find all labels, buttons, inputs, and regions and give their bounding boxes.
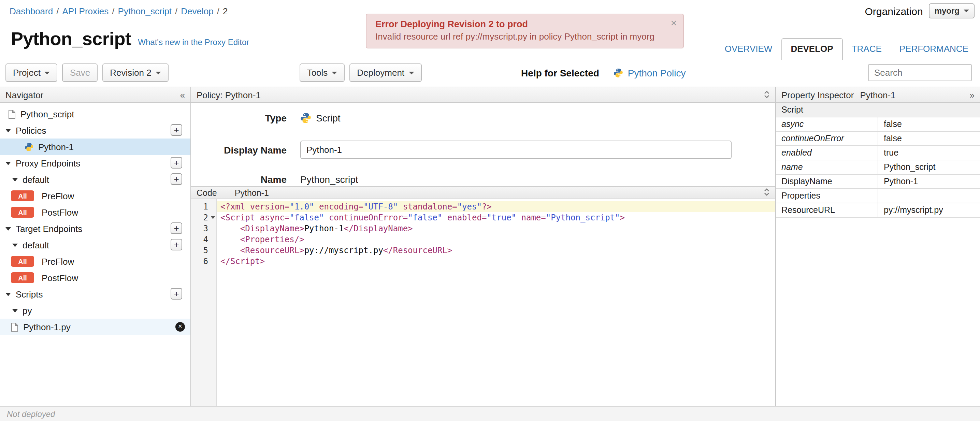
all-badge: All	[11, 207, 34, 218]
nav-item-label: default	[22, 240, 49, 250]
breadcrumb-separator: /	[112, 6, 114, 16]
chevron-down-icon	[409, 71, 414, 74]
deployment-status: Not deployed	[7, 409, 55, 419]
collapse-panel-icon[interactable]: «	[180, 91, 185, 99]
organization-select[interactable]: myorg	[929, 3, 975, 18]
expand-panel-icon[interactable]: »	[970, 91, 975, 99]
title-row: Python_script What's new in the Proxy Ed…	[11, 29, 249, 50]
tab-bar: OVERVIEW DEVELOP TRACE PERFORMANCE	[716, 38, 977, 60]
fold-triangle-icon[interactable]	[211, 216, 215, 219]
nav-item-proxy-postflow[interactable]: All PostFlow	[0, 204, 190, 221]
name-value: Python_script	[300, 174, 358, 185]
expander-triangle-icon[interactable]	[12, 244, 18, 247]
policy-panel-title: Policy: Python-1	[197, 90, 261, 100]
code-line[interactable]: <?xml version="1.0" encoding="UTF-8" sta…	[217, 201, 775, 212]
expander-triangle-icon[interactable]	[5, 162, 11, 165]
python-icon	[614, 68, 623, 78]
line-number: 4	[191, 234, 216, 245]
collapse-expand-icon[interactable]	[764, 187, 770, 198]
add-policy-button[interactable]: +	[170, 124, 182, 136]
policy-editor-panel: Policy: Python-1 Type Script Display Nam…	[191, 87, 776, 406]
breadcrumb-link-proxy[interactable]: Python_script	[118, 6, 172, 16]
code-line[interactable]: <ResourceURL>py://myscript.py</ResourceU…	[217, 245, 775, 256]
expander-triangle-icon[interactable]	[5, 293, 11, 296]
inspector-row[interactable]: namePython_script	[776, 160, 980, 174]
expander-triangle-icon[interactable]	[12, 309, 18, 313]
breadcrumb-link-dashboard[interactable]: Dashboard	[10, 6, 53, 16]
nav-item-proxy-preflow[interactable]: All PreFlow	[0, 187, 190, 204]
expander-triangle-icon[interactable]	[12, 178, 18, 181]
tab-trace[interactable]: TRACE	[843, 39, 891, 60]
nav-item-label: PostFlow	[41, 273, 78, 283]
nav-item-target-postflow[interactable]: All PostFlow	[0, 270, 190, 286]
inspector-row[interactable]: Properties	[776, 189, 980, 203]
nav-item-policy-python-1[interactable]: Python-1	[0, 138, 190, 155]
nav-item-label: PostFlow	[41, 207, 78, 217]
tab-performance[interactable]: PERFORMANCE	[891, 39, 977, 60]
nav-item-proxy-root[interactable]: Python_script	[0, 106, 190, 122]
nav-item-script-file[interactable]: Python-1.py ✕	[0, 319, 190, 335]
tab-overview[interactable]: OVERVIEW	[716, 39, 781, 60]
inspector-section-script: Script	[776, 103, 980, 117]
code-lines[interactable]: <?xml version="1.0" encoding="UTF-8" sta…	[217, 199, 775, 406]
code-gutter: 123456	[191, 199, 217, 406]
inspector-row[interactable]: continueOnErrorfalse	[776, 131, 980, 146]
add-script-button[interactable]: +	[170, 288, 182, 300]
add-target-endpoint-button[interactable]: +	[170, 222, 182, 234]
code-line[interactable]: <Script async="false" continueOnError="f…	[217, 212, 775, 223]
python-policy-help-link[interactable]: Python Policy	[628, 67, 686, 78]
tab-develop[interactable]: DEVELOP	[781, 38, 843, 60]
navigator-header: Navigator «	[0, 87, 190, 103]
file-icon	[11, 323, 18, 331]
add-flow-button[interactable]: +	[170, 173, 182, 185]
revision-button[interactable]: Revision 2	[102, 64, 168, 82]
inspector-row[interactable]: enabledtrue	[776, 146, 980, 160]
nav-item-proxy-endpoint-default[interactable]: default +	[0, 171, 190, 187]
nav-item-label: PreFlow	[41, 191, 74, 201]
project-button-label: Project	[13, 68, 41, 78]
nav-section-scripts[interactable]: Scripts +	[0, 286, 190, 302]
breadcrumb-separator: /	[175, 6, 177, 16]
add-proxy-endpoint-button[interactable]: +	[170, 157, 182, 168]
nav-section-label: Proxy Endpoints	[16, 158, 80, 168]
whats-new-link[interactable]: What's new in the Proxy Editor	[138, 38, 249, 47]
organization-area: Organization myorg	[865, 3, 975, 18]
nav-item-target-endpoint-default[interactable]: default +	[0, 237, 190, 253]
display-name-input[interactable]	[300, 141, 732, 159]
navigator-title: Navigator	[5, 90, 43, 100]
code-editor[interactable]: 123456 <?xml version="1.0" encoding="UTF…	[191, 199, 775, 406]
inspector-row[interactable]: asyncfalse	[776, 117, 980, 131]
search-input[interactable]	[868, 64, 972, 81]
topbar: Dashboard/API Proxies/Python_script/Deve…	[0, 0, 980, 87]
inspector-row[interactable]: ResourceURLpy://myscript.py	[776, 203, 980, 217]
close-icon[interactable]: ×	[670, 17, 677, 29]
project-button[interactable]: Project	[5, 64, 58, 82]
nav-item-label: PreFlow	[41, 256, 74, 267]
breadcrumb-link-api-proxies[interactable]: API Proxies	[62, 6, 108, 16]
deployment-button[interactable]: Deployment	[349, 64, 422, 82]
add-flow-button[interactable]: +	[170, 239, 182, 250]
expander-triangle-icon[interactable]	[5, 227, 11, 230]
all-badge: All	[11, 272, 34, 283]
nav-section-proxy-endpoints[interactable]: Proxy Endpoints +	[0, 155, 190, 171]
nav-section-policies[interactable]: Policies +	[0, 122, 190, 138]
expander-triangle-icon[interactable]	[5, 129, 11, 132]
nav-section-target-endpoints[interactable]: Target Endpoints +	[0, 221, 190, 237]
nav-item-label: py	[22, 305, 32, 316]
collapse-expand-icon[interactable]	[764, 90, 770, 100]
code-line[interactable]: <Properties/>	[217, 234, 775, 245]
nav-item-label: Python_script	[21, 109, 75, 119]
delete-script-icon[interactable]: ✕	[175, 322, 185, 332]
toolbar: Project Save Revision 2 Tools Deployment…	[0, 59, 980, 87]
nav-folder-py[interactable]: py	[0, 302, 190, 319]
save-button[interactable]: Save	[62, 64, 98, 82]
all-badge: All	[11, 191, 34, 201]
tools-button[interactable]: Tools	[300, 64, 345, 82]
inspector-row[interactable]: DisplayNamePython-1	[776, 174, 980, 189]
code-line[interactable]: </Script>	[217, 256, 775, 267]
code-label: Code	[197, 188, 217, 197]
code-line[interactable]: <DisplayName>Python-1</DisplayName>	[217, 223, 775, 234]
line-number: 3	[191, 223, 216, 234]
breadcrumb-link-develop[interactable]: Develop	[181, 6, 213, 16]
nav-item-target-preflow[interactable]: All PreFlow	[0, 253, 190, 270]
